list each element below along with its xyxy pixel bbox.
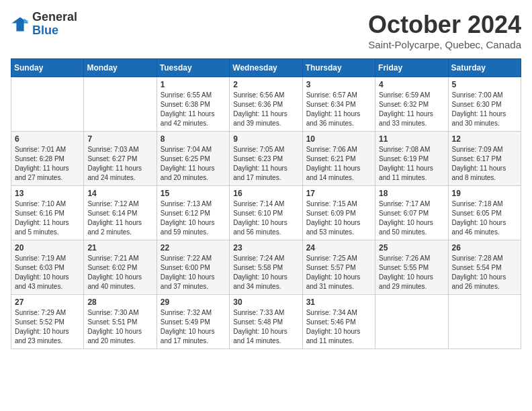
day-info: Sunrise: 7:14 AMSunset: 6:10 PMDaylight:… <box>233 199 298 237</box>
weekday-header-wednesday: Wednesday <box>230 59 302 77</box>
logo: General Blue <box>11 11 77 38</box>
day-number: 24 <box>306 243 371 253</box>
day-number: 31 <box>306 298 371 307</box>
day-number: 1 <box>161 80 226 89</box>
day-info: Sunrise: 7:33 AMSunset: 5:48 PMDaylight:… <box>233 308 298 346</box>
day-info: Sunrise: 7:15 AMSunset: 6:09 PMDaylight:… <box>306 199 371 237</box>
calendar-table: SundayMondayTuesdayWednesdayThursdayFrid… <box>11 58 521 349</box>
day-info: Sunrise: 7:18 AMSunset: 6:05 PMDaylight:… <box>452 199 517 237</box>
day-cell: 18Sunrise: 7:17 AMSunset: 6:07 PMDayligh… <box>375 186 448 240</box>
day-cell: 4Sunrise: 6:59 AMSunset: 6:32 PMDaylight… <box>375 77 448 132</box>
day-info: Sunrise: 7:12 AMSunset: 6:14 PMDaylight:… <box>87 199 152 237</box>
logo-text-line1: General <box>32 11 77 24</box>
day-cell: 15Sunrise: 7:13 AMSunset: 6:12 PMDayligh… <box>157 186 229 240</box>
day-number: 10 <box>306 134 371 144</box>
day-info: Sunrise: 7:26 AMSunset: 5:55 PMDaylight:… <box>379 254 444 291</box>
day-info: Sunrise: 6:59 AMSunset: 6:32 PMDaylight:… <box>379 91 444 128</box>
day-cell <box>375 295 448 349</box>
day-number: 18 <box>379 189 444 198</box>
logo-general: General <box>32 10 77 24</box>
day-info: Sunrise: 6:57 AMSunset: 6:34 PMDaylight:… <box>306 91 371 128</box>
day-cell <box>448 295 521 349</box>
day-cell: 21Sunrise: 7:21 AMSunset: 6:02 PMDayligh… <box>84 240 157 295</box>
day-info: Sunrise: 7:05 AMSunset: 6:23 PMDaylight:… <box>233 145 298 183</box>
day-number: 26 <box>452 243 517 253</box>
day-info: Sunrise: 7:22 AMSunset: 6:00 PMDaylight:… <box>161 254 226 291</box>
week-row-4: 20Sunrise: 7:19 AMSunset: 6:03 PMDayligh… <box>11 240 521 295</box>
day-cell: 19Sunrise: 7:18 AMSunset: 6:05 PMDayligh… <box>448 186 521 240</box>
day-info: Sunrise: 7:21 AMSunset: 6:02 PMDaylight:… <box>87 254 152 291</box>
day-number: 6 <box>15 134 80 144</box>
weekday-header-row: SundayMondayTuesdayWednesdayThursdayFrid… <box>11 59 521 77</box>
day-cell: 25Sunrise: 7:26 AMSunset: 5:55 PMDayligh… <box>375 240 448 295</box>
day-cell: 30Sunrise: 7:33 AMSunset: 5:48 PMDayligh… <box>230 295 302 349</box>
page-header: General Blue October 2024 Saint-Polycarp… <box>11 11 521 50</box>
day-number: 2 <box>233 80 298 89</box>
day-info: Sunrise: 7:24 AMSunset: 5:58 PMDaylight:… <box>233 254 298 291</box>
title-block: October 2024 Saint-Polycarpe, Quebec, Ca… <box>368 11 521 50</box>
day-number: 28 <box>87 298 152 307</box>
day-info: Sunrise: 7:00 AMSunset: 6:30 PMDaylight:… <box>452 91 517 128</box>
day-cell: 29Sunrise: 7:32 AMSunset: 5:49 PMDayligh… <box>157 295 229 349</box>
day-cell: 2Sunrise: 6:56 AMSunset: 6:36 PMDaylight… <box>230 77 302 132</box>
day-number: 30 <box>233 298 298 307</box>
day-cell: 31Sunrise: 7:34 AMSunset: 5:46 PMDayligh… <box>302 295 375 349</box>
day-cell: 5Sunrise: 7:00 AMSunset: 6:30 PMDaylight… <box>448 77 521 132</box>
weekday-header-friday: Friday <box>375 59 448 77</box>
location-text: Saint-Polycarpe, Quebec, Canada <box>368 39 521 50</box>
weekday-header-saturday: Saturday <box>448 59 521 77</box>
day-cell: 3Sunrise: 6:57 AMSunset: 6:34 PMDaylight… <box>302 77 375 132</box>
day-number: 17 <box>306 189 371 198</box>
day-info: Sunrise: 7:19 AMSunset: 6:03 PMDaylight:… <box>15 254 80 291</box>
month-title: October 2024 <box>368 11 521 39</box>
day-cell: 14Sunrise: 7:12 AMSunset: 6:14 PMDayligh… <box>84 186 157 240</box>
day-number: 4 <box>379 80 444 89</box>
day-cell: 22Sunrise: 7:22 AMSunset: 6:00 PMDayligh… <box>157 240 229 295</box>
day-info: Sunrise: 7:29 AMSunset: 5:52 PMDaylight:… <box>15 308 80 346</box>
day-info: Sunrise: 6:56 AMSunset: 6:36 PMDaylight:… <box>233 91 298 128</box>
day-cell: 11Sunrise: 7:08 AMSunset: 6:19 PMDayligh… <box>375 132 448 186</box>
day-number: 15 <box>161 189 226 198</box>
day-cell: 7Sunrise: 7:03 AMSunset: 6:27 PMDaylight… <box>84 132 157 186</box>
day-cell: 13Sunrise: 7:10 AMSunset: 6:16 PMDayligh… <box>11 186 84 240</box>
day-number: 8 <box>161 134 226 144</box>
day-number: 22 <box>161 243 226 253</box>
day-number: 20 <box>15 243 80 253</box>
day-number: 29 <box>161 298 226 307</box>
day-number: 5 <box>452 80 517 89</box>
day-number: 12 <box>452 134 517 144</box>
day-info: Sunrise: 7:09 AMSunset: 6:17 PMDaylight:… <box>452 145 517 183</box>
week-row-2: 6Sunrise: 7:01 AMSunset: 6:28 PMDaylight… <box>11 132 521 186</box>
day-cell: 12Sunrise: 7:09 AMSunset: 6:17 PMDayligh… <box>448 132 521 186</box>
day-info: Sunrise: 7:32 AMSunset: 5:49 PMDaylight:… <box>161 308 226 346</box>
day-cell: 6Sunrise: 7:01 AMSunset: 6:28 PMDaylight… <box>11 132 84 186</box>
day-info: Sunrise: 7:01 AMSunset: 6:28 PMDaylight:… <box>15 145 80 183</box>
day-number: 25 <box>379 243 444 253</box>
day-cell: 23Sunrise: 7:24 AMSunset: 5:58 PMDayligh… <box>230 240 302 295</box>
day-number: 27 <box>15 298 80 307</box>
weekday-header-tuesday: Tuesday <box>157 59 229 77</box>
day-cell: 9Sunrise: 7:05 AMSunset: 6:23 PMDaylight… <box>230 132 302 186</box>
day-cell <box>11 77 84 132</box>
day-cell: 28Sunrise: 7:30 AMSunset: 5:51 PMDayligh… <box>84 295 157 349</box>
day-number: 9 <box>233 134 298 144</box>
day-info: Sunrise: 7:04 AMSunset: 6:25 PMDaylight:… <box>161 145 226 183</box>
day-info: Sunrise: 7:08 AMSunset: 6:19 PMDaylight:… <box>379 145 444 183</box>
day-cell: 10Sunrise: 7:06 AMSunset: 6:21 PMDayligh… <box>302 132 375 186</box>
weekday-header-sunday: Sunday <box>11 59 84 77</box>
day-info: Sunrise: 7:25 AMSunset: 5:57 PMDaylight:… <box>306 254 371 291</box>
logo-text-line2: Blue <box>32 24 77 38</box>
svg-marker-0 <box>11 17 28 31</box>
day-cell: 27Sunrise: 7:29 AMSunset: 5:52 PMDayligh… <box>11 295 84 349</box>
day-number: 21 <box>87 243 152 253</box>
week-row-5: 27Sunrise: 7:29 AMSunset: 5:52 PMDayligh… <box>11 295 521 349</box>
day-cell: 8Sunrise: 7:04 AMSunset: 6:25 PMDaylight… <box>157 132 229 186</box>
day-info: Sunrise: 7:28 AMSunset: 5:54 PMDaylight:… <box>452 254 517 291</box>
day-info: Sunrise: 7:17 AMSunset: 6:07 PMDaylight:… <box>379 199 444 237</box>
day-number: 7 <box>87 134 152 144</box>
day-cell <box>84 77 157 132</box>
day-cell: 17Sunrise: 7:15 AMSunset: 6:09 PMDayligh… <box>302 186 375 240</box>
day-info: Sunrise: 6:55 AMSunset: 6:38 PMDaylight:… <box>161 91 226 128</box>
day-number: 19 <box>452 189 517 198</box>
day-number: 23 <box>233 243 298 253</box>
